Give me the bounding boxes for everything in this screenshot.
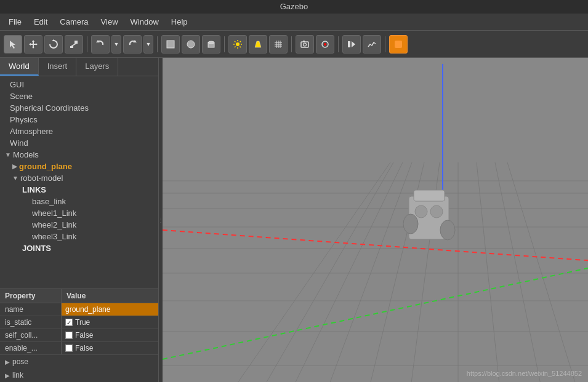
toolbar: ▼ ▼ (0, 31, 588, 58)
svg-line-24 (235, 46, 236, 47)
menu-edit[interactable]: Edit (28, 15, 54, 28)
prop-value-self-coll: False (62, 329, 158, 341)
svg-marker-4 (29, 43, 31, 46)
pose-label: pose (12, 357, 28, 366)
pose-expand-row[interactable]: ▶ pose (0, 355, 158, 368)
prop-name-enable: enable_... (0, 342, 62, 354)
ground-plane-label: ground_plane (19, 162, 72, 171)
tree-item-wheel1-link[interactable]: wheel1_Link (0, 207, 158, 219)
wheel2-link-label: wheel2_Link (32, 220, 76, 229)
svg-rect-40 (163, 58, 588, 382)
plot-button[interactable] (363, 35, 381, 54)
wind-label: Wind (10, 138, 28, 148)
link-arrow: ▶ (5, 372, 10, 379)
svg-line-22 (240, 46, 241, 47)
svg-marker-38 (352, 41, 355, 47)
svg-point-36 (324, 43, 326, 46)
redo-dropdown[interactable]: ▼ (143, 35, 153, 54)
properties-header: Property Value (0, 289, 158, 303)
tree-item-wind[interactable]: Wind (0, 137, 158, 149)
svg-point-15 (208, 41, 214, 44)
svg-point-69 (430, 205, 443, 218)
prop-row-name[interactable]: name ground_plane (0, 303, 158, 316)
rotate-tool-button[interactable] (44, 35, 63, 54)
menu-window[interactable]: Window (124, 15, 165, 28)
screenshot-button[interactable] (296, 35, 314, 54)
prop-value-enable: False (62, 342, 158, 354)
box-tool-button[interactable] (161, 35, 180, 54)
svg-point-67 (440, 220, 455, 240)
playback-button[interactable] (342, 35, 361, 54)
menu-help[interactable]: Help (165, 15, 194, 28)
tab-insert[interactable]: Insert (39, 58, 77, 76)
value-col-header: Value (62, 289, 158, 303)
svg-line-23 (240, 41, 241, 42)
joints-label: JOINTS (22, 244, 51, 253)
scale-tool-button[interactable] (65, 35, 83, 54)
tree-item-joints[interactable]: JOINTS (0, 242, 158, 254)
select-tool-button[interactable] (4, 35, 22, 54)
tree-item-links[interactable]: LINKS (0, 184, 158, 196)
main-layout: World Insert Layers GUI Scene Spherical … (0, 58, 588, 382)
prop-row-is-static[interactable]: is_static ✓ True (0, 316, 158, 329)
wheel1-link-label: wheel1_Link (32, 209, 76, 218)
viewport[interactable]: https://blog.csdn.net/weixin_51244852 (163, 58, 588, 382)
svg-rect-32 (301, 42, 308, 47)
toolbar-sep-1 (87, 36, 87, 52)
tree-item-wheel2-link[interactable]: wheel2_Link (0, 219, 158, 231)
robot-model-arrow: ▼ (12, 175, 18, 181)
cylinder-tool-button[interactable] (202, 35, 220, 54)
grid-tool-button[interactable] (269, 35, 288, 54)
links-label: LINKS (22, 185, 46, 194)
tab-layers[interactable]: Layers (76, 58, 118, 76)
toolbar-sep-2 (157, 36, 158, 52)
tree-item-spherical[interactable]: Spherical Coordinates (0, 102, 158, 114)
svg-marker-2 (32, 40, 34, 42)
undo-dropdown[interactable]: ▼ (111, 35, 121, 54)
sun-tool-button[interactable] (228, 35, 247, 54)
menu-camera[interactable]: Camera (54, 15, 94, 28)
models-label: Models (13, 150, 39, 159)
redo-button[interactable] (123, 35, 142, 54)
tab-world[interactable]: World (0, 58, 39, 76)
enable-checkbox[interactable] (65, 344, 73, 352)
prop-row-self-coll[interactable]: self_coll... False (0, 329, 158, 342)
physics-label: Physics (10, 115, 38, 124)
gui-label: GUI (10, 80, 24, 89)
tree-item-robot-model[interactable]: ▼ robot-model (0, 172, 158, 184)
svg-point-16 (236, 42, 240, 46)
svg-rect-8 (75, 41, 78, 44)
self-coll-checkbox[interactable] (65, 332, 73, 339)
tree-item-models[interactable]: ▼ Models (0, 149, 158, 161)
property-col-header: Property (0, 289, 62, 303)
light-tool-button[interactable] (249, 35, 267, 54)
svg-rect-39 (395, 41, 402, 48)
sphere-tool-button[interactable] (182, 35, 200, 54)
left-panel: World Insert Layers GUI Scene Spherical … (0, 58, 159, 382)
link-expand-row[interactable]: ▶ link (0, 368, 158, 382)
tree-item-wheel3-link[interactable]: wheel3_Link (0, 231, 158, 242)
toolbar-sep-3 (224, 36, 225, 52)
prop-row-enable[interactable]: enable_... False (0, 342, 158, 355)
toolbar-sep-6 (385, 36, 385, 52)
menu-view[interactable]: View (95, 15, 124, 28)
tree-item-scene[interactable]: Scene (0, 90, 158, 102)
translate-tool-button[interactable] (24, 35, 42, 54)
record-button[interactable] (316, 35, 334, 54)
menu-file[interactable]: File (2, 15, 28, 28)
undo-button[interactable] (91, 35, 110, 54)
tree-item-physics[interactable]: Physics (0, 114, 158, 125)
svg-rect-12 (167, 41, 174, 48)
svg-rect-37 (348, 41, 350, 47)
prop-value-name: ground_plane (62, 303, 158, 316)
tree-item-ground-plane[interactable]: ▶ ground_plane (0, 161, 158, 172)
tree-item-gui[interactable]: GUI (0, 79, 158, 90)
tree-item-atmosphere[interactable]: Atmosphere (0, 125, 158, 137)
pose-arrow: ▶ (5, 359, 10, 365)
tree-item-base-link[interactable]: base_link (0, 196, 158, 207)
orange-tool-button[interactable] (389, 35, 408, 54)
spherical-label: Spherical Coordinates (10, 103, 89, 113)
is-static-checkbox[interactable]: ✓ (65, 319, 73, 326)
svg-rect-34 (303, 41, 305, 42)
tree-panel: GUI Scene Spherical Coordinates Physics … (0, 76, 158, 288)
